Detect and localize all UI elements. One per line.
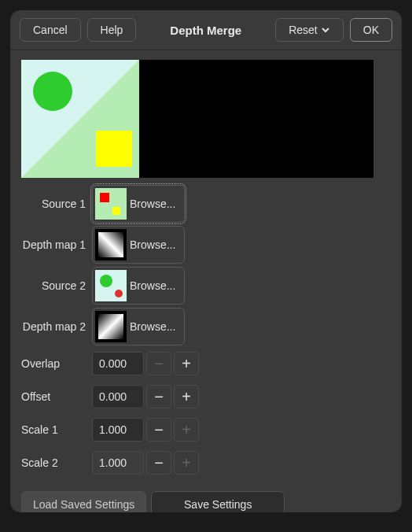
label-scale1: Scale 1 — [21, 423, 92, 436]
input-scale1[interactable] — [92, 418, 144, 441]
load-saved-settings-button[interactable]: Load Saved Settings — [21, 491, 146, 513]
reset-label: Reset — [289, 24, 318, 36]
thumb-depthmap2 — [95, 311, 127, 342]
scale2-plus[interactable]: + — [174, 451, 199, 475]
svg-point-11 — [115, 290, 123, 297]
cancel-button[interactable]: Cancel — [20, 18, 81, 42]
ok-button[interactable]: OK — [350, 18, 392, 42]
scale1-plus[interactable]: + — [174, 418, 199, 441]
footer: Load Saved Settings Save Settings — [21, 491, 391, 513]
svg-point-2 — [33, 72, 72, 111]
scale1-minus[interactable]: − — [146, 418, 171, 441]
overlap-plus[interactable]: + — [174, 352, 199, 375]
reset-button[interactable]: Reset — [275, 18, 344, 42]
row-scale2: Scale 2 − + — [21, 449, 391, 477]
row-offset: Offset − + — [21, 382, 391, 411]
page-title: Depth Merge — [142, 24, 269, 37]
svg-rect-6 — [112, 207, 120, 215]
label-source1: Source 1 — [21, 198, 92, 210]
label-overlap: Overlap — [21, 357, 92, 370]
browse-text-source1: Browse... — [130, 198, 179, 210]
browse-depthmap2[interactable]: Browse... — [92, 308, 185, 345]
browse-text-depthmap1: Browse... — [130, 238, 179, 251]
row-overlap: Overlap − + — [21, 349, 391, 378]
dialog-window: Cancel Help Depth Merge Reset OK Source … — [9, 9, 403, 513]
preview-image — [21, 60, 139, 178]
svg-rect-13 — [98, 314, 123, 339]
form: Source 1 Browse... Depth map 1 — [21, 186, 391, 513]
svg-rect-5 — [100, 193, 109, 202]
save-settings-button[interactable]: Save Settings — [151, 491, 285, 513]
row-depthmap2: Depth map 2 Browse... — [21, 308, 391, 345]
dialog-header: Cancel Help Depth Merge Reset OK — [10, 10, 402, 50]
scale2-minus[interactable]: − — [146, 451, 171, 475]
browse-depthmap1[interactable]: Browse... — [92, 226, 185, 264]
help-button[interactable]: Help — [87, 18, 137, 42]
input-offset[interactable] — [92, 385, 144, 408]
thumb-source2 — [95, 270, 127, 301]
label-depthmap2: Depth map 2 — [21, 320, 92, 333]
row-source2: Source 2 Browse... — [21, 268, 391, 304]
label-depthmap1: Depth map 1 — [21, 238, 92, 251]
svg-rect-3 — [96, 131, 132, 167]
chevron-down-icon — [321, 25, 330, 35]
browse-source2[interactable]: Browse... — [92, 267, 185, 305]
browse-source1[interactable]: Browse... — [92, 185, 185, 223]
svg-rect-8 — [98, 232, 123, 257]
offset-plus[interactable]: + — [174, 385, 199, 408]
label-offset: Offset — [21, 390, 92, 403]
input-scale2[interactable] — [92, 451, 144, 475]
thumb-source1 — [95, 188, 127, 220]
row-depthmap1: Depth map 1 Browse... — [21, 227, 391, 263]
label-source2: Source 2 — [21, 279, 92, 292]
browse-text-depthmap2: Browse... — [130, 320, 179, 333]
svg-point-10 — [100, 275, 112, 287]
overlap-minus[interactable]: − — [146, 352, 171, 375]
browse-text-source2: Browse... — [130, 279, 179, 292]
thumb-depthmap1 — [95, 229, 127, 260]
input-overlap[interactable] — [92, 352, 144, 375]
row-source1: Source 1 Browse... — [21, 186, 391, 222]
row-scale1: Scale 1 − + — [21, 416, 391, 444]
offset-minus[interactable]: − — [146, 385, 171, 408]
preview-area — [21, 60, 373, 178]
svg-rect-9 — [95, 270, 127, 301]
dialog-body: Source 1 Browse... Depth map 1 — [10, 50, 402, 513]
label-scale2: Scale 2 — [21, 456, 92, 469]
